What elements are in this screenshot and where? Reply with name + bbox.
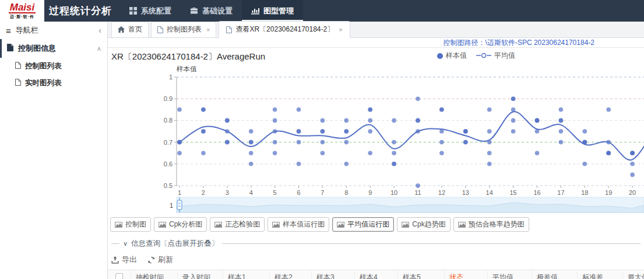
- sample-point[interactable]: [559, 118, 564, 123]
- sample-point[interactable]: [321, 140, 325, 145]
- datazoom-handle[interactable]: [177, 200, 182, 210]
- sample-point[interactable]: [630, 151, 635, 155]
- menu-item-chart-management[interactable]: 图型管理: [242, 0, 303, 22]
- chart-canvas[interactable]: 10.90.80.70.60.5样本值123456789101112131415…: [108, 65, 644, 215]
- sample-point[interactable]: [344, 129, 349, 134]
- sample-point[interactable]: [344, 162, 349, 166]
- sample-point[interactable]: [511, 96, 516, 101]
- sample-point[interactable]: [392, 162, 396, 166]
- sample-point[interactable]: [511, 118, 516, 123]
- sample-point[interactable]: [535, 118, 540, 123]
- sample-point[interactable]: [249, 140, 254, 145]
- sample-point[interactable]: [583, 140, 587, 145]
- sample-point[interactable]: [630, 162, 635, 166]
- sample-point[interactable]: [368, 107, 372, 112]
- sample-point[interactable]: [439, 151, 444, 155]
- sample-point[interactable]: [297, 107, 301, 112]
- sample-point[interactable]: [416, 118, 420, 123]
- sample-point[interactable]: [368, 151, 372, 155]
- sample-point[interactable]: [487, 107, 492, 112]
- sample-point[interactable]: [487, 140, 492, 145]
- sample-point[interactable]: [368, 118, 372, 123]
- menu-item-system-config[interactable]: 系统配置: [120, 0, 181, 22]
- sample-point[interactable]: [201, 107, 206, 112]
- sample-point[interactable]: [416, 96, 420, 101]
- button-control-chart[interactable]: 控制图: [110, 217, 151, 232]
- sidebar-item-realtime-chart-list[interactable]: 实时图列表: [0, 75, 107, 92]
- sample-point[interactable]: [559, 107, 564, 112]
- sample-point[interactable]: [416, 129, 420, 134]
- sample-point[interactable]: [321, 129, 325, 134]
- tab-control-chart-list[interactable]: 控制图列表 ×: [151, 22, 216, 37]
- sample-point[interactable]: [606, 151, 611, 155]
- sample-point[interactable]: [201, 129, 206, 134]
- sidebar-item-control-chart-list[interactable]: 控制图列表: [0, 58, 107, 75]
- sample-point[interactable]: [201, 151, 206, 155]
- sample-point[interactable]: [392, 118, 396, 123]
- sample-point[interactable]: [297, 140, 301, 145]
- sample-point[interactable]: [439, 129, 444, 134]
- sample-point[interactable]: [249, 151, 254, 155]
- tab-home[interactable]: 首页: [111, 22, 149, 37]
- path-value[interactable]: \迈斯软件-SPC 20230624170184-2: [485, 38, 594, 48]
- sample-point[interactable]: [177, 107, 182, 112]
- sample-point[interactable]: [344, 118, 349, 123]
- button-average-run-chart[interactable]: 平均值运行图: [332, 217, 394, 232]
- sample-point[interactable]: [630, 173, 635, 177]
- average-run-chart[interactable]: 10.90.80.70.60.5样本值123456789101112131415…: [108, 65, 644, 215]
- button-pass-rate-trend[interactable]: 预估合格率趋势图: [453, 217, 529, 232]
- sample-point[interactable]: [559, 129, 564, 134]
- sample-point[interactable]: [392, 140, 396, 145]
- sample-point[interactable]: [606, 107, 611, 112]
- sample-point[interactable]: [535, 151, 540, 155]
- tab-view-xr[interactable]: 查看XR〔20230624170184-2〕 ×: [219, 21, 350, 38]
- sample-point[interactable]: [368, 129, 372, 134]
- close-icon[interactable]: ×: [339, 26, 342, 33]
- legend-item-average[interactable]: 平均值: [476, 51, 515, 61]
- sample-point[interactable]: [177, 140, 182, 145]
- select-all-checkbox[interactable]: [115, 273, 123, 279]
- sample-point[interactable]: [225, 129, 230, 134]
- button-normality-test[interactable]: 正态检验图: [210, 217, 265, 232]
- export-button[interactable]: 导出: [111, 254, 137, 265]
- sample-point[interactable]: [463, 129, 468, 134]
- sample-point[interactable]: [511, 129, 516, 134]
- sample-point[interactable]: [487, 162, 492, 166]
- info-query-toggle[interactable]: ∨ 信息查询〔点击展开折叠〕: [111, 239, 641, 249]
- sample-point[interactable]: [392, 151, 396, 155]
- button-cpk-trend[interactable]: Cpk趋势图: [397, 217, 450, 232]
- sample-point[interactable]: [487, 151, 492, 155]
- sample-point[interactable]: [511, 107, 516, 112]
- sample-point[interactable]: [225, 118, 230, 123]
- sample-point[interactable]: [249, 129, 254, 134]
- hamburger-icon[interactable]: ≡: [6, 26, 11, 36]
- sample-point[interactable]: [177, 151, 182, 155]
- menu-item-basic-settings[interactable]: 基础设置: [181, 0, 242, 22]
- sample-point[interactable]: [273, 140, 277, 145]
- legend-item-sample[interactable]: 样本值: [437, 51, 467, 61]
- sample-point[interactable]: [439, 107, 444, 112]
- sample-point[interactable]: [273, 118, 277, 123]
- sample-point[interactable]: [583, 162, 587, 166]
- button-sample-run-chart[interactable]: 样本值运行图: [268, 217, 329, 232]
- sample-point[interactable]: [273, 129, 277, 134]
- sample-point[interactable]: [344, 140, 349, 145]
- sample-point[interactable]: [321, 118, 325, 123]
- sample-point[interactable]: [297, 162, 301, 166]
- sample-point[interactable]: [463, 140, 468, 145]
- sample-point[interactable]: [439, 140, 444, 145]
- sidebar-group-control-chart-info[interactable]: 控制图信息 ∧: [0, 39, 107, 58]
- sample-point[interactable]: [487, 129, 492, 134]
- refresh-button[interactable]: 刷新: [147, 254, 173, 265]
- sample-point[interactable]: [583, 129, 587, 134]
- button-cpk-analysis[interactable]: Cpk分析图: [154, 217, 207, 232]
- sample-point[interactable]: [249, 162, 254, 166]
- sample-point[interactable]: [606, 140, 611, 145]
- sample-point[interactable]: [273, 107, 277, 112]
- sample-point[interactable]: [559, 140, 564, 145]
- collapse-sidebar-icon[interactable]: ‹: [98, 26, 101, 35]
- sample-point[interactable]: [535, 129, 540, 134]
- sample-point[interactable]: [321, 151, 325, 155]
- sample-point[interactable]: [225, 140, 230, 145]
- close-icon[interactable]: ×: [206, 26, 210, 33]
